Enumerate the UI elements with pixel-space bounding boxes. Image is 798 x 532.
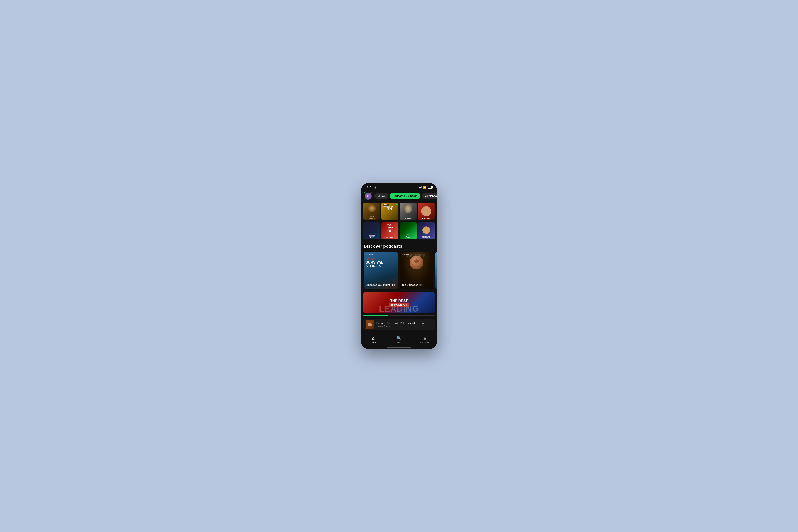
status-bar: 11:01 🔒 📶 73 <box>361 183 437 190</box>
podcast-this-is-history[interactable]: THIS ISHISTORY <box>363 203 380 220</box>
podcast-the-trial[interactable]: THE TRIAL <box>418 203 435 220</box>
discover-section-title: Discover podcasts <box>361 242 437 252</box>
cast-button[interactable]: ⊡ <box>421 322 424 327</box>
podcast-notification-dot <box>396 204 398 205</box>
discover-scroll: NOISER REALSURVIVALSTORIES Episodes you … <box>361 252 437 289</box>
podcast-kermode-mayo[interactable]: KERMODE& MAYO'STAKE <box>363 223 380 240</box>
podcast-grid-row1: THIS ISHISTORY BBCRadio 4 IN OURTIME <box>361 203 437 223</box>
podcast-news-agents[interactable]: THENEWSAGENTS <box>400 223 417 240</box>
pause-button[interactable]: ⏸ <box>427 322 432 327</box>
nav-home-label: Home <box>371 341 376 344</box>
chip-music[interactable]: Music <box>374 193 388 199</box>
nav-library[interactable]: ▣ Your Library <box>418 336 432 344</box>
now-playing-title: Prologue: One Ring to Rule Them All <box>376 322 419 324</box>
nav-home[interactable]: ⌂ Home <box>366 336 380 344</box>
playback-progress-bar <box>363 316 435 316</box>
now-playing-artwork <box>366 320 374 329</box>
now-playing-controls: ⊡ ⏸ <box>421 322 432 327</box>
discover-card-survival[interactable]: NOISER REALSURVIVALSTORIES Episodes you … <box>364 252 398 289</box>
library-icon: ▣ <box>423 336 427 341</box>
discover-card-rest[interactable]: INGER E REST ISMONI Popular with listene… <box>435 252 437 289</box>
home-indicator <box>387 347 411 347</box>
nav-library-label: Your Library <box>419 341 430 344</box>
playback-progress-fill <box>363 316 388 316</box>
filter-chips: Music Podcasts & Shows Audiobooks <box>374 193 437 199</box>
discover-card-label-survival: Episodes you might like <box>366 283 396 287</box>
chip-podcasts-shows[interactable]: Podcasts & Shows <box>390 193 420 199</box>
home-icon: ⌂ <box>372 336 375 341</box>
podcast-rest-is-history[interactable]: THE RESTIS HISTORY <box>400 203 417 220</box>
signal-icon <box>418 186 422 188</box>
podcast-grid-row2: KERMODE& MAYO'STAKE THE RESTISPOLITICS L… <box>361 223 437 242</box>
podcast-the-leading[interactable]: THE RESTISPOLITICS LEADING <box>381 223 398 240</box>
wifi-icon: 📶 <box>423 186 426 189</box>
discover-card-label-rogan: Top Episodes E <box>402 283 432 287</box>
chip-audiobooks[interactable]: Audiobooks <box>422 193 437 199</box>
status-time: 11:01 🔒 <box>365 186 377 189</box>
phone-frame: 11:01 🔒 📶 73 P <box>361 183 437 349</box>
card-tag-noiser: NOISER <box>366 253 373 255</box>
now-playing-artist: Howard Shore <box>376 325 419 327</box>
avatar[interactable]: P <box>364 192 372 200</box>
main-content: P Music Podcasts & Shows Audiobooks <box>361 190 437 349</box>
header: P Music Podcasts & Shows Audiobooks <box>361 190 437 203</box>
rest-is-politics-banner[interactable]: The Rest is POLITICS LEADING <box>363 292 435 314</box>
now-playing-info: Prologue: One Ring to Rule Them All Howa… <box>376 322 419 327</box>
nav-search-label: Search <box>396 341 402 343</box>
search-icon: 🔍 <box>397 336 402 341</box>
avatar-wrapper[interactable]: P <box>364 192 373 201</box>
discover-card-rogan[interactable]: JOE ROGAN JOE JOE R... Top Episodes E <box>400 252 434 289</box>
podcast-in-our-time[interactable]: BBCRadio 4 IN OURTIME <box>381 203 398 220</box>
now-playing-bar[interactable]: Prologue: One Ring to Rule Them All Howa… <box>363 319 435 330</box>
nav-search[interactable]: 🔍 Search <box>392 336 406 344</box>
podcast-dan-snow[interactable]: DAN SNOW'SHISTORY HIT <box>418 223 435 240</box>
battery-icon: 73 <box>428 186 433 189</box>
